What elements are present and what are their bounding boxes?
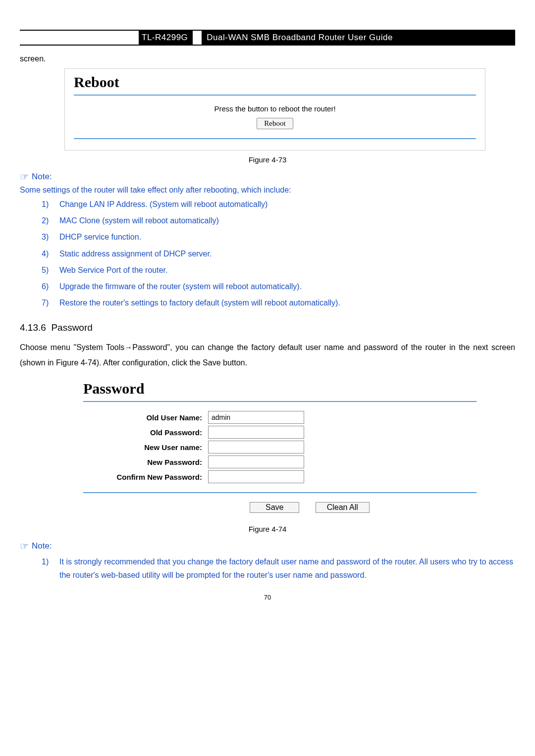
save-button[interactable]: Save xyxy=(250,502,299,513)
page-number: 70 xyxy=(20,594,515,601)
new-pass-label: New Password: xyxy=(83,458,208,466)
password-title: Password xyxy=(83,380,477,397)
intro-continuation: screen. xyxy=(20,54,515,63)
new-pass-input[interactable] xyxy=(208,455,304,468)
reboot-title: Reboot xyxy=(74,74,476,91)
document-page: TL-R4299G Dual-WAN SMB Broadband Router … xyxy=(20,30,515,621)
note-label: Note: xyxy=(32,172,52,182)
note-lead: Some settings of the router will take ef… xyxy=(20,186,515,195)
old-pass-label: Old Password: xyxy=(83,428,208,437)
old-pass-input[interactable] xyxy=(208,426,304,439)
form-row-confirm: Confirm New Password: xyxy=(83,470,477,483)
list-item: It is strongly recommended that you chan… xyxy=(42,555,515,582)
note-heading: ☞ Note: xyxy=(20,541,515,551)
list-item: Restore the router's settings to factory… xyxy=(42,296,515,309)
figure-74-caption: Figure 4-74 xyxy=(20,525,515,533)
section-title: Password xyxy=(51,322,92,333)
divider xyxy=(74,138,476,139)
list-item: DHCP service function. xyxy=(42,230,515,244)
clean-all-button[interactable]: Clean All xyxy=(316,502,370,513)
header-model: TL-R4299G xyxy=(139,31,193,45)
form-row-new-pass: New Password: xyxy=(83,455,477,468)
divider xyxy=(83,401,477,402)
header-bar: TL-R4299G Dual-WAN SMB Broadband Router … xyxy=(20,30,515,46)
hand-point-icon: ☞ xyxy=(20,541,29,551)
confirm-pass-input[interactable] xyxy=(208,470,304,483)
note-list: Change LAN IP Address. (System will rebo… xyxy=(42,198,515,309)
divider xyxy=(83,492,477,493)
list-item: Web Service Port of the router. xyxy=(42,263,515,277)
list-item: MAC Clone (system will reboot automatica… xyxy=(42,214,515,227)
button-row: Save Clean All xyxy=(83,502,477,513)
form-row-old-user: Old User Name: xyxy=(83,411,477,424)
section-heading: 4.13.6 Password xyxy=(20,322,515,333)
note-list-2: It is strongly recommended that you chan… xyxy=(42,555,515,582)
section-number: 4.13.6 xyxy=(20,322,46,333)
old-user-label: Old User Name: xyxy=(83,413,208,422)
list-item: Change LAN IP Address. (System will rebo… xyxy=(42,198,515,211)
confirm-label: Confirm New Password: xyxy=(83,473,208,481)
figure-73-caption: Figure 4-73 xyxy=(20,155,515,164)
divider xyxy=(74,95,476,96)
list-item: Upgrade the firmware of the router (syst… xyxy=(42,280,515,293)
list-item: Static address assignment of DHCP server… xyxy=(42,247,515,260)
reboot-panel: Reboot Press the button to reboot the ro… xyxy=(64,68,485,151)
reboot-button[interactable]: Reboot xyxy=(257,118,293,129)
header-title: Dual-WAN SMB Broadband Router User Guide xyxy=(202,31,515,45)
password-intro: Choose menu "System Tools→Password", you… xyxy=(20,340,515,370)
form-row-new-user: New User name: xyxy=(83,441,477,454)
hand-point-icon: ☞ xyxy=(20,172,29,182)
password-panel: Password Old User Name: Old Password: Ne… xyxy=(74,377,485,520)
new-user-label: New User name: xyxy=(83,443,208,452)
old-user-input[interactable] xyxy=(208,411,304,424)
note-heading: ☞ Note: xyxy=(20,172,515,182)
form-row-old-pass: Old Password: xyxy=(83,426,477,439)
note-label: Note: xyxy=(32,541,52,551)
new-user-input[interactable] xyxy=(208,441,304,454)
reboot-instruction: Press the button to reboot the router! xyxy=(74,104,476,113)
